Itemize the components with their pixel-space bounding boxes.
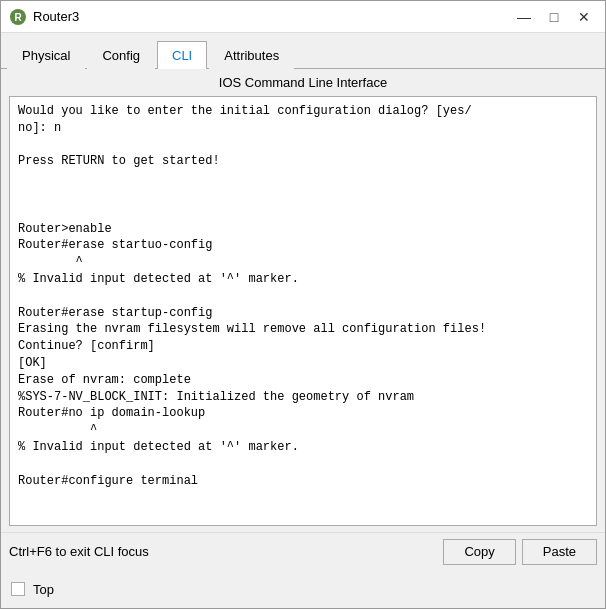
status-bar: Ctrl+F6 to exit CLI focus Copy Paste [1, 532, 605, 570]
tab-attributes[interactable]: Attributes [209, 41, 294, 69]
tab-cli[interactable]: CLI [157, 41, 207, 69]
router-window: R Router3 — □ ✕ Physical Config CLI Attr… [0, 0, 606, 609]
cli-header-label: IOS Command Line Interface [1, 69, 605, 96]
svg-text:R: R [14, 12, 22, 23]
maximize-button[interactable]: □ [541, 6, 567, 28]
tab-physical[interactable]: Physical [7, 41, 85, 69]
window-icon: R [9, 8, 27, 26]
tab-bar: Physical Config CLI Attributes [1, 33, 605, 69]
cli-area: Would you like to enter the initial conf… [9, 96, 597, 526]
close-button[interactable]: ✕ [571, 6, 597, 28]
copy-button[interactable]: Copy [443, 539, 515, 565]
minimize-button[interactable]: — [511, 6, 537, 28]
tab-config[interactable]: Config [87, 41, 155, 69]
paste-button[interactable]: Paste [522, 539, 597, 565]
window-title: Router3 [33, 9, 511, 24]
top-checkbox[interactable] [11, 582, 25, 596]
window-controls: — □ ✕ [511, 6, 597, 28]
bottom-bar: Top [1, 570, 605, 608]
top-label: Top [33, 582, 54, 597]
title-bar: R Router3 — □ ✕ [1, 1, 605, 33]
status-text: Ctrl+F6 to exit CLI focus [9, 544, 437, 559]
cli-content[interactable]: Would you like to enter the initial conf… [10, 97, 596, 495]
cli-scroll[interactable]: Would you like to enter the initial conf… [10, 97, 596, 525]
